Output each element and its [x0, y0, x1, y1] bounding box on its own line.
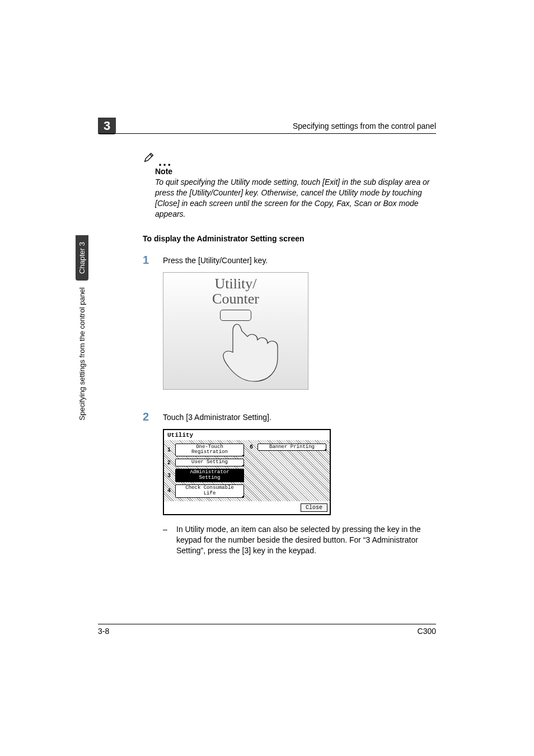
- utility-left-column: 1 One-Touch Registration 2 User Setting …: [167, 444, 244, 498]
- step-2: 2 Touch [3 Administrator Setting].: [143, 411, 436, 422]
- menu-item-2-num: 2: [167, 460, 173, 466]
- footer: 3-8 C300: [98, 624, 436, 636]
- menu-item-4-label: Check Consumable Life: [175, 484, 244, 498]
- running-header-title: Specifying settings from the control pan…: [293, 122, 436, 130]
- header: 3 Specifying settings from the control p…: [98, 118, 436, 134]
- dash-bullet: –: [163, 524, 168, 556]
- step-1-number: 1: [143, 254, 153, 265]
- menu-item-6[interactable]: 6 Banner Printing: [250, 444, 326, 451]
- note-icon-row: ...: [143, 151, 436, 166]
- hand-pointer-icon: [215, 319, 282, 386]
- menu-item-3[interactable]: 3 Administrator Setting: [167, 469, 244, 482]
- utility-right-column: 6 Banner Printing: [250, 444, 326, 498]
- menu-item-6-label: Banner Printing: [257, 444, 326, 451]
- menu-item-1-num: 1: [167, 447, 173, 453]
- side-tab-chapter: Chapter 3: [76, 235, 88, 281]
- utility-screen-title: Utility: [164, 430, 330, 440]
- menu-item-3-num: 3: [167, 473, 173, 479]
- menu-item-2-label: User Setting: [175, 459, 244, 466]
- figure1-line1: Utility/: [170, 276, 301, 291]
- figure-utility-counter-key: Utility/ Counter: [163, 272, 308, 390]
- step-2-subnote: – In Utility mode, an item can also be s…: [163, 524, 436, 556]
- figure-utility-screen: Utility 1 One-Touch Registration 2 User …: [163, 429, 331, 515]
- menu-item-4[interactable]: 4 Check Consumable Life: [167, 484, 244, 498]
- step-2-number: 2: [143, 411, 153, 422]
- side-tab: Chapter 3 Specifying settings from the c…: [74, 235, 89, 459]
- subnote-text: In Utility mode, an item can also be sel…: [176, 524, 436, 556]
- menu-item-4-num: 4: [167, 488, 173, 494]
- note-body: To quit specifying the Utility mode sett…: [155, 177, 436, 220]
- menu-item-1[interactable]: 1 One-Touch Registration: [167, 444, 244, 457]
- header-rule: [98, 133, 436, 134]
- chapter-number-badge: 3: [98, 118, 116, 134]
- step-1-text: Press the [Utility/Counter] key.: [163, 254, 268, 265]
- menu-item-1-label: One-Touch Registration: [175, 444, 244, 457]
- page-number: 3-8: [98, 627, 109, 636]
- menu-item-3-label: Administrator Setting: [175, 469, 244, 482]
- section-heading: To display the Administrator Setting scr…: [143, 234, 436, 243]
- ellipsis-icon: ...: [158, 158, 172, 166]
- menu-item-2[interactable]: 2 User Setting: [167, 459, 244, 466]
- step-1: 1 Press the [Utility/Counter] key.: [143, 254, 436, 265]
- model-number: C300: [418, 627, 436, 636]
- menu-item-6-num: 6: [250, 444, 255, 450]
- note-label: Note: [155, 167, 436, 176]
- step-2-text: Touch [3 Administrator Setting].: [163, 411, 271, 422]
- side-tab-title: Specifying settings from the control pan…: [76, 281, 88, 427]
- footer-rule: [98, 624, 436, 624]
- pencil-icon: [143, 151, 155, 166]
- figure1-line2: Counter: [170, 291, 301, 306]
- close-button[interactable]: Close: [301, 503, 327, 512]
